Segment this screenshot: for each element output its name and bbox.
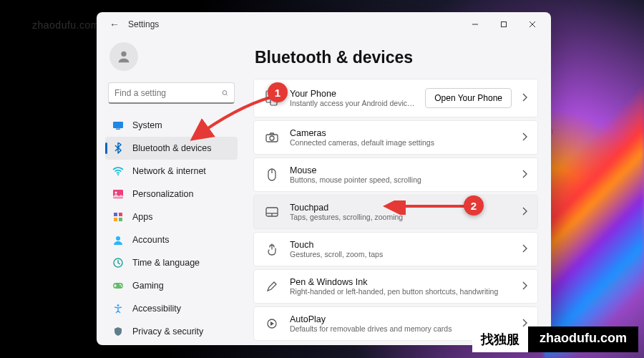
- phone-title: Your Phone: [290, 89, 415, 99]
- sidebar-item-label: Privacy & security: [132, 326, 203, 337]
- row-sub: Gestures, scroll, zoom, taps: [290, 250, 512, 258]
- apps-icon: [112, 211, 124, 223]
- bluetooth-icon: [112, 142, 124, 154]
- sidebar-item-label: Gaming: [132, 281, 164, 291]
- svg-point-20: [121, 286, 122, 287]
- row-title: Pen & Windows Ink: [290, 277, 512, 287]
- setting-row-touch[interactable]: TouchGestures, scroll, zoom, taps: [253, 232, 538, 266]
- row-title: AutoPlay: [290, 314, 512, 324]
- sidebar-item-label: Apps: [132, 212, 153, 222]
- svg-rect-13: [119, 213, 122, 216]
- row-sub: Right-handed or left-handed, pen button …: [290, 287, 512, 296]
- sidebar-item-label: Network & internet: [132, 166, 206, 176]
- search-icon: [222, 88, 228, 98]
- open-your-phone-button[interactable]: Open Your Phone: [425, 88, 512, 108]
- svg-rect-15: [119, 218, 122, 221]
- sidebar-item-gaming[interactable]: Gaming: [105, 274, 238, 297]
- svg-line-6: [226, 94, 228, 95]
- step-2-badge: 2: [464, 195, 484, 216]
- setting-row-pen[interactable]: Pen & Windows InkRight-handed or left-ha…: [253, 269, 538, 304]
- accessibility-icon: [112, 303, 124, 314]
- svg-point-9: [117, 174, 119, 175]
- sidebar-item-apps[interactable]: Apps: [105, 205, 238, 228]
- row-sub: Buttons, mouse pointer speed, scrolling: [290, 175, 512, 184]
- setting-row-touchpad[interactable]: TouchpadTaps, gestures, scrolling, zoomi…: [253, 195, 538, 229]
- svg-rect-14: [114, 218, 117, 221]
- touchpad-icon: [264, 204, 280, 220]
- pen-icon: [264, 279, 280, 294]
- sidebar-item-privacy[interactable]: Privacy & security: [105, 320, 238, 343]
- svg-rect-12: [114, 213, 117, 216]
- close-button[interactable]: [518, 14, 547, 34]
- person-icon: [116, 49, 132, 64]
- svg-point-16: [116, 236, 120, 241]
- window-controls: [461, 14, 547, 34]
- chevron-right-icon: [522, 131, 527, 144]
- window-title: Settings: [128, 19, 461, 29]
- sidebar-item-label: Time & language: [132, 258, 200, 268]
- svg-rect-7: [113, 122, 123, 128]
- row-title: Touch: [290, 240, 512, 250]
- settings-window: ← Settings SystemBluetooth & devicesNetw…: [97, 12, 551, 345]
- sidebar-item-accessibility[interactable]: Accessibility: [105, 297, 238, 320]
- titlebar: ← Settings: [97, 12, 551, 37]
- your-phone-card[interactable]: Your Phone Instantly access your Android…: [253, 79, 538, 117]
- sidebar-item-label: Bluetooth & devices: [132, 143, 212, 153]
- svg-point-11: [115, 192, 117, 194]
- chevron-right-icon: [522, 280, 527, 293]
- row-sub: Connected cameras, default image setting…: [290, 138, 512, 147]
- accounts-icon: [112, 234, 124, 246]
- wifi-icon: [112, 165, 124, 177]
- svg-point-25: [270, 136, 274, 140]
- maximize-button[interactable]: [489, 14, 518, 34]
- minimize-button[interactable]: [461, 14, 489, 34]
- corner-url: zhaodufu.com: [528, 326, 638, 352]
- gaming-icon: [112, 280, 124, 291]
- user-avatar[interactable]: [109, 42, 138, 71]
- corner-zh: 找独服: [472, 326, 528, 352]
- touch-icon: [264, 241, 280, 257]
- sidebar-item-accounts[interactable]: Accounts: [105, 228, 238, 251]
- corner-attribution: 找独服 zhaodufu.com: [472, 326, 638, 352]
- step-1-badge: 1: [268, 82, 288, 102]
- sidebar-item-bluetooth[interactable]: Bluetooth & devices: [105, 137, 238, 160]
- sidebar-item-update[interactable]: Windows Update: [105, 343, 238, 345]
- chevron-right-icon: [522, 168, 527, 181]
- back-button[interactable]: ←: [105, 15, 124, 34]
- time-icon: [112, 257, 124, 268]
- sidebar-item-time[interactable]: Time & language: [105, 251, 238, 274]
- sidebar-nav: SystemBluetooth & devicesNetwork & inter…: [105, 114, 238, 345]
- content-area: Bluetooth & devices Your Phone Instantly…: [243, 37, 551, 345]
- row-title: Mouse: [290, 165, 512, 175]
- sidebar: SystemBluetooth & devicesNetwork & inter…: [97, 37, 243, 345]
- personalization-icon: [112, 188, 124, 200]
- svg-rect-1: [502, 22, 507, 27]
- svg-rect-8: [116, 129, 120, 130]
- sidebar-item-label: Accounts: [132, 235, 169, 245]
- camera-icon: [264, 130, 280, 145]
- setting-row-camera[interactable]: CamerasConnected cameras, default image …: [253, 120, 538, 155]
- privacy-icon: [112, 326, 124, 337]
- page-title: Bluetooth & devices: [255, 48, 538, 67]
- chevron-right-icon: [522, 243, 527, 256]
- sidebar-item-label: Accessibility: [132, 304, 181, 314]
- search-input[interactable]: [114, 88, 222, 98]
- sidebar-item-personalization[interactable]: Personalization: [105, 183, 238, 205]
- svg-point-4: [121, 52, 126, 57]
- mouse-icon: [264, 167, 280, 183]
- chevron-right-icon: [522, 92, 527, 105]
- sidebar-item-wifi[interactable]: Network & internet: [105, 160, 238, 183]
- svg-point-5: [223, 90, 227, 95]
- phone-sub: Instantly access your Android device's p…: [290, 99, 415, 107]
- sidebar-item-system[interactable]: System: [105, 114, 238, 137]
- svg-point-21: [117, 304, 119, 306]
- row-title: Cameras: [290, 128, 512, 138]
- chevron-right-icon: [522, 205, 527, 218]
- search-box[interactable]: [108, 82, 235, 104]
- sidebar-item-label: System: [132, 120, 162, 130]
- system-icon: [112, 120, 124, 131]
- setting-row-mouse[interactable]: MouseButtons, mouse pointer speed, scrol…: [253, 158, 538, 192]
- sidebar-item-label: Personalization: [132, 189, 193, 199]
- autoplay-icon: [264, 316, 280, 332]
- svg-point-19: [119, 284, 121, 286]
